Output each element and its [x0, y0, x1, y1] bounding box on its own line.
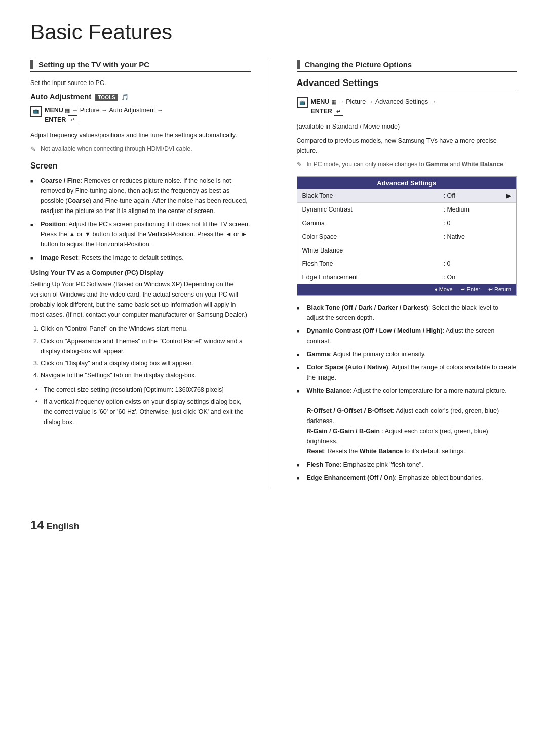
- left-section-heading-text: Setting up the TV with your PC: [38, 60, 149, 69]
- right-section-heading-text: Changing the Picture Options: [305, 60, 412, 69]
- auto-adjustment-menu-path: 📺 MENU ▦ → Picture → Auto Adjustment → E…: [30, 106, 251, 125]
- auto-adjustment-label: Auto Adjustment: [30, 92, 91, 101]
- heading-bar: [30, 60, 33, 69]
- bullet-label: Gamma: [307, 351, 330, 358]
- bullet-label: Flesh Tone: [307, 461, 340, 468]
- setting-label: White Balance: [297, 244, 439, 258]
- setting-label: Black Tone: [297, 189, 439, 203]
- list-item: The correct size setting (resolution) [O…: [35, 385, 251, 395]
- bullet-label: Edge Enhancement (Off / On): [307, 474, 395, 481]
- enter-key: ↵: [334, 107, 343, 116]
- page-footer: 14 English: [30, 518, 517, 532]
- screen-bullet-list: Coarse / Fine: Removes or reduces pictur…: [30, 176, 251, 263]
- setting-label: Gamma: [297, 217, 439, 230]
- list-item: Image Reset: Resets the image to default…: [30, 253, 251, 263]
- advanced-settings-menu-path: 📺 MENU ▦ → Picture → Advanced Settings →…: [297, 97, 517, 116]
- footer-enter: ↵ Enter: [461, 286, 480, 293]
- pc-display-subheading: Using Your TV as a Computer (PC) Display: [30, 269, 251, 276]
- pc-mode-note: In PC mode, you can only make changes to…: [297, 160, 517, 169]
- footer-move: ♦ Move: [435, 286, 453, 293]
- setting-label: Dynamic Contrast: [297, 203, 439, 217]
- right-section-heading: Changing the Picture Options: [297, 60, 517, 72]
- setting-value: : Medium: [439, 203, 516, 217]
- list-item: Edge Enhancement (Off / On): Emphasize o…: [297, 473, 517, 483]
- menu-icon: 📺: [297, 97, 308, 108]
- pc-display-body: Setting Up Your PC Software (Based on Wi…: [30, 279, 251, 320]
- advanced-settings-title: Advanced Settings: [297, 78, 517, 92]
- setting-label: Color Space: [297, 230, 439, 244]
- list-item: If a vertical-frequency option exists on…: [35, 397, 251, 427]
- screen-heading: Screen: [30, 161, 251, 171]
- list-item: Position: Adjust the PC's screen positio…: [30, 219, 251, 249]
- table-row: Gamma : 0: [297, 217, 517, 230]
- menu-icon: 📺: [30, 106, 42, 117]
- tools-badge: TOOLS: [95, 94, 118, 101]
- page-number: 14: [30, 518, 44, 532]
- list-item: Click on "Control Panel" on the Windows …: [41, 324, 251, 334]
- list-item: Black Tone (Off / Dark / Darker / Darkes…: [297, 303, 517, 323]
- table-row: Edge Enhancement : On: [297, 271, 517, 284]
- auto-adjustment-heading: Auto Adjustment TOOLS 🎵: [30, 92, 251, 101]
- box-footer: ♦ Move ↵ Enter ↩ Return: [297, 284, 517, 295]
- advanced-body: Compared to previous models, new Samsung…: [297, 136, 517, 156]
- numbered-list: Click on "Control Panel" on the Windows …: [30, 324, 251, 381]
- bullet-label: Color Space (Auto / Native): [307, 364, 388, 371]
- table-row: Black Tone : Off ▶: [297, 189, 517, 203]
- advanced-bullet-list: Black Tone (Off / Dark / Darker / Darkes…: [297, 303, 517, 483]
- available-note: (available in Standard / Movie mode): [297, 121, 517, 132]
- setting-value: : On: [439, 271, 516, 284]
- page-title: Basic Features: [30, 20, 517, 45]
- bullet-label: Position: [41, 221, 65, 228]
- list-item: White Balance: Adjust the color temperat…: [297, 386, 517, 456]
- bullet-label: Coarse / Fine: [41, 177, 81, 184]
- list-item: Gamma: Adjust the primary color intensit…: [297, 349, 517, 359]
- auto-adjustment-body: Adjust frequency values/positions and fi…: [30, 130, 251, 140]
- bullet-label: White Balance: [307, 387, 350, 394]
- list-item: Click on "Display" and a display dialog …: [41, 358, 251, 368]
- dot-list: The correct size setting (resolution) [O…: [35, 385, 251, 427]
- footer-return: ↩ Return: [488, 286, 511, 293]
- list-item: Color Space (Auto / Native): Adjust the …: [297, 362, 517, 383]
- list-item: Flesh Tone: Emphasize pink "flesh tone".: [297, 459, 517, 470]
- left-section-heading: Setting up the TV with your PC: [30, 60, 251, 72]
- arrow-right-icon: ▶: [506, 191, 511, 200]
- heading-bar: [297, 60, 300, 69]
- two-column-layout: Setting up the TV with your PC Set the i…: [30, 60, 517, 488]
- setting-value: : 0: [439, 217, 516, 230]
- setting-value: [439, 244, 516, 258]
- table-row: Color Space : Native: [297, 230, 517, 244]
- intro-text: Set the input source to PC.: [30, 78, 251, 88]
- bullet-label: Black Tone (Off / Dark / Darker / Darkes…: [307, 304, 428, 311]
- bullet-label: Image Reset: [41, 254, 78, 261]
- setting-label: Flesh Tone: [297, 257, 439, 271]
- list-item: Click on "Appearance and Themes" in the …: [41, 336, 251, 356]
- list-item: Dynamic Contrast (Off / Low / Medium / H…: [297, 326, 517, 346]
- language-label: English: [47, 521, 80, 531]
- auto-adjustment-note: Not available when connecting through HD…: [30, 144, 251, 153]
- box-header: Advanced Settings: [297, 177, 517, 189]
- setting-value: : Off ▶: [439, 189, 516, 203]
- setting-label: Edge Enhancement: [297, 271, 439, 284]
- table-row: White Balance: [297, 244, 517, 258]
- tools-icon: 🎵: [121, 94, 129, 101]
- settings-table: Black Tone : Off ▶ Dynamic Contrast : Me…: [297, 189, 517, 284]
- left-column: Setting up the TV with your PC Set the i…: [30, 60, 271, 488]
- right-column: Changing the Picture Options Advanced Se…: [292, 60, 517, 488]
- menu-path-text: MENU ▦ → Picture → Auto Adjustment → ENT…: [45, 106, 163, 125]
- setting-value: : Native: [439, 230, 516, 244]
- bullet-label: Dynamic Contrast (Off / Low / Medium / H…: [307, 327, 443, 334]
- menu-path-text: MENU ▦ → Picture → Advanced Settings → E…: [311, 97, 437, 116]
- table-row: Dynamic Contrast : Medium: [297, 203, 517, 217]
- enter-key: ↵: [68, 115, 77, 125]
- list-item: Coarse / Fine: Removes or reduces pictur…: [30, 176, 251, 216]
- list-item: Navigate to the "Settings" tab on the di…: [41, 370, 251, 381]
- setting-value: : 0: [439, 257, 516, 271]
- table-row: Flesh Tone : 0: [297, 257, 517, 271]
- advanced-settings-box: Advanced Settings Black Tone : Off ▶ Dyn…: [297, 176, 517, 296]
